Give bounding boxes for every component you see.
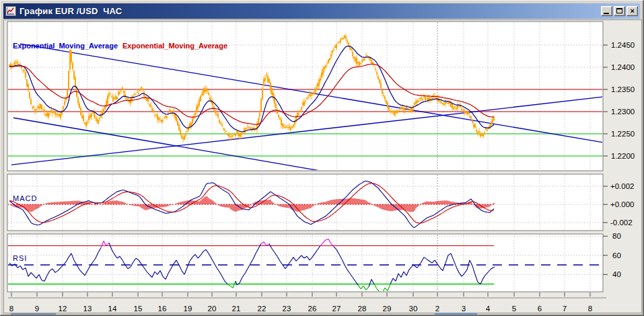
chart-svg[interactable]: 1.24501.24001.23501.23001.22501.2200+0.0… — [4, 20, 643, 314]
close-button[interactable]: × — [627, 6, 638, 16]
macd-label: MACD — [13, 194, 37, 202]
chart-window: График EUR /USD ЧАС × 1.24501.24001.2350… — [0, 0, 644, 316]
time-axis-day-label: 9 — [35, 305, 39, 313]
price-tick-label: 1.2350 — [611, 85, 635, 93]
time-axis-day-label: 22 — [258, 305, 266, 313]
time-axis-day-label: 19 — [184, 305, 192, 313]
time-axis-day-label: 26 — [308, 305, 317, 313]
month-badge-apr: Апр 2018 — [435, 313, 477, 316]
ema-fast-label: Exponential_Moving_Average — [13, 42, 118, 50]
time-axis-day-label: 3 — [462, 305, 466, 313]
close-icon: × — [627, 7, 637, 15]
price-tick-label: 1.2250 — [611, 130, 635, 138]
time-axis-day-label: 7 — [563, 305, 567, 313]
chart-client-area: 1.24501.24001.23501.23001.22501.2200+0.0… — [3, 19, 642, 313]
time-axis-day-label: 29 — [383, 305, 392, 313]
minimize-button[interactable] — [601, 6, 612, 16]
time-axis-day-label: 23 — [283, 305, 291, 313]
macd-axis: +0.002+0.000-0.002 — [603, 182, 635, 227]
rsi-tick-label: 40 — [612, 270, 621, 278]
time-axis-day-label: 8 — [9, 305, 13, 313]
price-tick-label: 1.2400 — [611, 63, 635, 71]
time-axis-day-label: 5 — [512, 305, 516, 313]
rsi-tick-label: 80 — [612, 232, 621, 240]
maximize-icon — [616, 8, 622, 13]
rsi-tick-label: 60 — [612, 251, 621, 260]
time-axis-day-label: 13 — [83, 305, 92, 313]
time-axis-day-label: 6 — [538, 305, 542, 313]
time-axis-day-label: 21 — [232, 305, 241, 313]
time-axis-day-label: 8 — [588, 305, 592, 313]
time-axis-day-label: 14 — [108, 305, 117, 313]
macd-tick-label: +0.000 — [610, 200, 635, 208]
price-tick-label: 1.2300 — [611, 108, 635, 116]
macd-tick-label: +0.002 — [610, 182, 635, 190]
rsi-axis: 806040 — [603, 232, 621, 278]
chart-icon — [5, 6, 16, 16]
time-axis-day-label: 20 — [208, 305, 217, 313]
title-bar[interactable]: График EUR /USD ЧАС × — [3, 3, 640, 19]
rsi-panel[interactable] — [7, 234, 603, 292]
time-axis-day-label: 28 — [358, 305, 367, 313]
ema-slow-label: Exponential_Moving_Average — [122, 42, 227, 50]
time-axis-day-label: 15 — [134, 305, 143, 313]
price-tick-label: 1.2450 — [611, 41, 635, 49]
time-axis-day-label: 27 — [332, 305, 341, 313]
time-axis-day-label: 30 — [409, 305, 418, 313]
time-axis: 891213141516192021222326272829302345678 — [8, 292, 606, 313]
price-tick-label: 1.2200 — [611, 152, 635, 160]
price-axis: 1.24501.24001.23501.23001.22501.2200 — [603, 41, 635, 160]
time-axis-day-label: 4 — [486, 305, 491, 313]
month-badge-mar: Мар 2018 — [11, 313, 56, 316]
minimize-icon — [604, 13, 609, 14]
window-controls: × — [601, 6, 638, 16]
time-axis-day-label: 2 — [435, 305, 439, 313]
time-axis-day-label: 16 — [158, 305, 167, 313]
window-title: График EUR /USD ЧАС — [20, 6, 601, 16]
maximize-button[interactable] — [614, 6, 625, 16]
time-axis-day-label: 12 — [59, 305, 67, 313]
rsi-label: RSI — [13, 254, 27, 262]
macd-tick-label: -0.002 — [610, 219, 633, 227]
